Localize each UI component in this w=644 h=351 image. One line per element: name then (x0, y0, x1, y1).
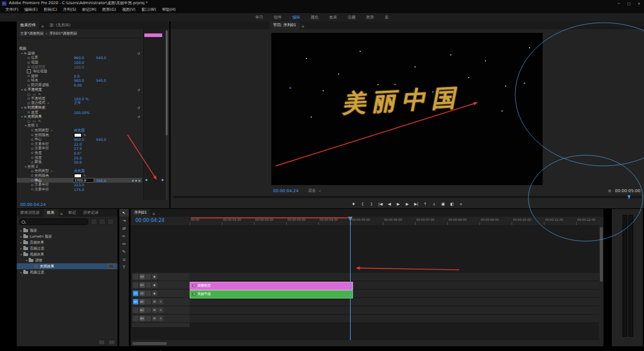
effects-bin-row[interactable]: ▸音频过渡 (17, 245, 117, 251)
property-value[interactable]: 0.0° (74, 151, 82, 155)
stopwatch-icon[interactable]: ⊙ (30, 142, 35, 146)
ellipse-mask-icon[interactable]: ○ (27, 93, 30, 96)
timeline-horizontal-scrollbar[interactable] (132, 342, 167, 345)
rect-mask-icon[interactable]: ▭ (33, 119, 36, 123)
property-value[interactable]: 25.0 (74, 156, 82, 160)
track-lock-toggle[interactable] (145, 282, 151, 288)
minimize-button[interactable]: ─ (614, 1, 624, 5)
ellipse-mask-icon[interactable]: ○ (27, 119, 30, 123)
add-marker-button[interactable]: ♦ (351, 202, 356, 207)
stopwatch-icon[interactable]: ⊙ (30, 174, 35, 177)
property-row[interactable]: ⊙次要半径175.0 (17, 187, 142, 192)
effects-bin-row[interactable]: ▾调整 (17, 257, 117, 263)
delete-bin-button[interactable] (109, 340, 115, 345)
effect-controls-scrollbar[interactable] (166, 30, 168, 200)
close-button[interactable]: × (634, 1, 644, 5)
yuv-effects-filter-icon[interactable] (107, 218, 114, 225)
panel-tab[interactable]: 标记 (65, 209, 80, 217)
workspace-tab[interactable]: 编辑 (287, 15, 305, 20)
tab-program-monitor[interactable]: 节目: 序列01 (270, 21, 300, 29)
solo-toggle[interactable]: S (158, 299, 163, 304)
reset-effect-button[interactable]: ↺ (137, 106, 140, 110)
slip-tool[interactable]: ↔ (119, 240, 129, 248)
twirl-icon[interactable]: ▸ (19, 271, 23, 274)
workspace-tab[interactable]: 学习 (250, 15, 268, 20)
effects-bin-row[interactable]: ▸Lumetri 预设 (17, 233, 117, 239)
menu-item[interactable]: 标记(M) (79, 7, 100, 13)
source-patch-toggle[interactable]: V1 (133, 291, 138, 296)
stopwatch-icon[interactable]: ⊙ (30, 170, 35, 173)
timeline-timecode[interactable]: 00:00:04:24 (135, 218, 165, 223)
eye-icon[interactable]: ◉ (152, 274, 157, 279)
stopwatch-icon[interactable]: ⊙ (30, 178, 35, 182)
maximize-button[interactable]: □ (624, 1, 634, 5)
stopwatch-icon[interactable]: ⊙ (26, 97, 31, 100)
property-value[interactable]: 175.0 (74, 187, 84, 192)
property-value[interactable]: 50.0 (74, 160, 82, 164)
property-value[interactable]: 0.0 (74, 74, 80, 78)
panel-tab[interactable]: 效果控件 (17, 21, 39, 29)
add-keyframe-button[interactable]: ◆ (135, 179, 137, 182)
property-value[interactable]: 22.0 (74, 142, 82, 146)
track-target-toggle[interactable]: V3 (140, 274, 145, 279)
stopwatch-icon[interactable]: ⊙ (30, 187, 35, 191)
property-value[interactable]: 960.0 (74, 78, 84, 82)
lift-button[interactable]: ↑ (423, 202, 428, 207)
twirl-icon[interactable]: ▸ (19, 247, 23, 250)
effects-bin-row[interactable]: ▸视频过渡 (17, 269, 117, 275)
step-forward-button[interactable]: ▶ (405, 202, 410, 207)
reset-effect-button[interactable]: ↺ (137, 88, 140, 92)
panel-menu-icon[interactable]: ≡ (39, 23, 46, 29)
mute-toggle[interactable]: M (152, 299, 157, 304)
track-target-toggle[interactable]: A2 (140, 307, 145, 313)
effects-bin-row[interactable]: ▸音频效果 (17, 239, 117, 245)
workspace-tab[interactable]: 颜色 (305, 15, 324, 20)
track-target-toggle[interactable]: V1 (140, 291, 145, 296)
checkbox[interactable]: ✓ (27, 69, 31, 73)
effects-bin-row[interactable]: ▸预设 (17, 227, 117, 233)
selection-tool[interactable]: ↖ (119, 209, 129, 217)
menu-item[interactable]: 视图(V) (119, 7, 139, 13)
stopwatch-icon[interactable]: ⊙ (30, 138, 35, 141)
type-tool[interactable]: T (119, 263, 129, 271)
stopwatch-icon[interactable]: ⊙ (26, 65, 31, 69)
effect-controls-timecode[interactable]: 00:00:04:24 (20, 202, 46, 207)
accelerated-effects-filter-icon[interactable] (91, 218, 97, 225)
track-target-toggle[interactable]: A1 (140, 299, 145, 304)
stopwatch-icon[interactable]: ⊙ (30, 128, 35, 132)
32bit-effects-filter-icon[interactable] (99, 218, 106, 225)
extract-button[interactable]: ↓ (432, 202, 436, 207)
panel-menu-icon[interactable]: ≡ (300, 23, 306, 29)
next-keyframe-button[interactable]: ▶ (139, 179, 141, 182)
zoom-level-dropdown[interactable]: 适合 ∨ (308, 188, 321, 193)
track-lane[interactable] (190, 306, 599, 315)
property-value[interactable]: 540.0 (96, 56, 106, 60)
timeline-clip[interactable]: fx美丽中国 (190, 290, 353, 298)
section-row[interactable]: 视频 (17, 47, 142, 51)
panel-tab[interactable]: 源: (无剪辑) (46, 21, 74, 29)
source-patch-toggle[interactable] (133, 307, 138, 313)
program-frame[interactable]: +++ 美丽中国 (271, 33, 543, 185)
twirl-icon[interactable]: ▸ (19, 229, 23, 232)
effect-header-row[interactable]: ▾fx光照效果↺ (17, 115, 142, 119)
pen-tool[interactable]: ✎ (119, 248, 129, 255)
previous-keyframe-button[interactable]: ◀ (132, 179, 134, 182)
workspace-tab[interactable]: 组件 (268, 15, 287, 20)
source-patch-toggle[interactable]: A1 (133, 299, 138, 304)
effects-bin-row[interactable]: ▾视频效果 (17, 251, 117, 257)
timeline-ruler[interactable]: 00:0000:00:01:0000:00:02:0000:00:03:0000… (190, 217, 599, 226)
eye-icon[interactable]: ◉ (152, 291, 157, 296)
track-lock-toggle[interactable] (145, 299, 151, 304)
menu-item[interactable]: 帮助(H) (159, 7, 179, 13)
stopwatch-icon[interactable]: ⊙ (30, 147, 35, 150)
rect-mask-icon[interactable]: ▭ (33, 93, 36, 96)
twirl-icon[interactable]: ▸ (19, 241, 23, 244)
property-value[interactable]: 17.5 (74, 146, 82, 150)
timeline-playhead[interactable] (350, 217, 351, 340)
track-lock-toggle[interactable] (145, 274, 151, 279)
stopwatch-icon[interactable]: ⊙ (30, 161, 35, 164)
timeline-clip[interactable]: fx调整图层 (190, 282, 353, 290)
track-target-toggle[interactable]: A3 (140, 316, 145, 321)
monitor-scrub-bar[interactable] (173, 196, 642, 198)
workspace-tab[interactable]: 音频 (342, 15, 361, 20)
